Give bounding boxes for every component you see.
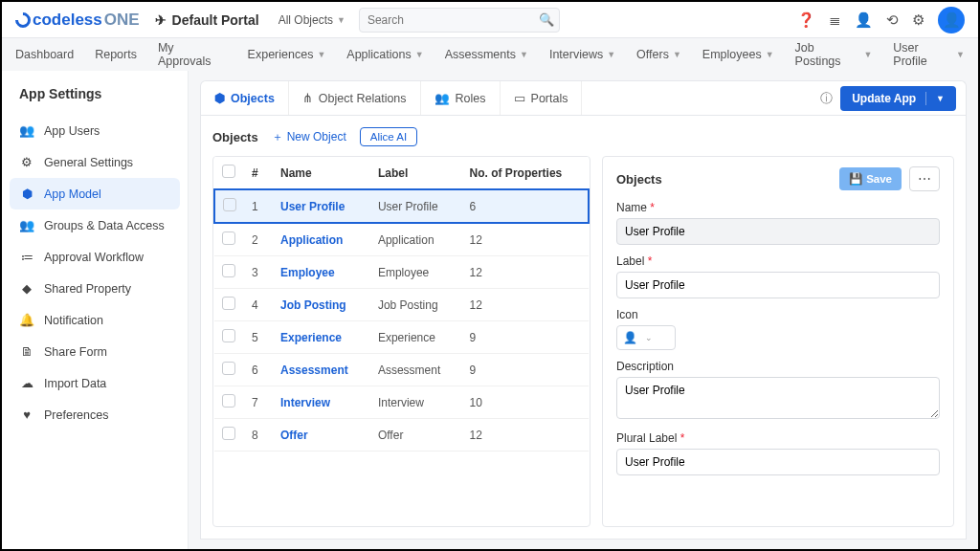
nav-reports[interactable]: Reports — [95, 48, 137, 61]
nav-interviews[interactable]: Interviews▼ — [549, 48, 615, 61]
table-row[interactable]: 7InterviewInterview10 — [214, 386, 589, 419]
history-icon[interactable]: ⟲ — [886, 11, 899, 29]
col-num: # — [244, 157, 273, 189]
row-label: Application — [370, 223, 462, 256]
row-checkbox[interactable] — [222, 231, 235, 245]
new-object-button[interactable]: ＋New Object — [272, 129, 346, 145]
sidebar-item-app-model[interactable]: ⬢App Model — [10, 178, 180, 209]
table-row[interactable]: 4Job PostingJob Posting12 — [214, 289, 589, 321]
caret-down-icon: ▼ — [936, 94, 945, 103]
row-name-link[interactable]: Interview — [273, 386, 370, 419]
row-label: Experience — [370, 321, 462, 354]
row-num: 4 — [244, 289, 273, 321]
row-name-link[interactable]: Employee — [273, 256, 370, 289]
row-label: Employee — [370, 256, 462, 289]
icon-selector[interactable]: 👤⌄ — [616, 325, 676, 350]
row-label: Offer — [370, 419, 462, 452]
field-label-name: Name — [616, 201, 940, 214]
gear-icon[interactable]: ⚙ — [912, 11, 924, 29]
sidebar-icon: ☁ — [19, 376, 34, 390]
sidebar-item-general-settings[interactable]: ⚙General Settings — [2, 146, 188, 178]
row-checkbox[interactable] — [222, 329, 235, 342]
row-num: 8 — [244, 419, 273, 452]
plural-label-field[interactable] — [616, 449, 940, 475]
row-props: 10 — [462, 386, 589, 419]
nav-my-approvals[interactable]: My Approvals — [158, 41, 227, 68]
row-props: 6 — [462, 189, 589, 223]
search-input[interactable] — [359, 8, 560, 33]
caret-down-icon: ▼ — [337, 15, 345, 25]
tab-object-relations[interactable]: ⋔Object Relations — [289, 81, 421, 115]
sidebar-item-notification[interactable]: 🔔Notification — [2, 304, 188, 336]
tab-portals[interactable]: ▭Portals — [501, 81, 583, 115]
sidebar-item-app-users[interactable]: 👥App Users — [2, 115, 188, 146]
row-props: 12 — [462, 289, 589, 321]
row-checkbox[interactable] — [222, 427, 235, 440]
row-label: Interview — [370, 386, 462, 419]
sidebar-item-groups-data-access[interactable]: 👥Groups & Data Access — [2, 209, 188, 241]
tab-label: Roles — [456, 92, 486, 105]
field-label-description: Description — [616, 360, 940, 373]
nav-employees[interactable]: Employees▼ — [702, 48, 774, 61]
table-row[interactable]: 1User ProfileUser Profile6 — [214, 189, 589, 223]
sidebar-icon: ♥ — [19, 408, 34, 422]
alice-ai-button[interactable]: Alice AI — [360, 127, 417, 146]
row-checkbox[interactable] — [223, 198, 236, 211]
panel: Objects ＋New Object Alice AI # Name Labe… — [200, 115, 967, 540]
sidebar-item-import-data[interactable]: ☁Import Data — [2, 367, 188, 399]
table-row[interactable]: 2ApplicationApplication12 — [214, 223, 589, 256]
nav-user-profile[interactable]: User Profile▼ — [893, 41, 965, 68]
stack-icon[interactable]: ≣ — [829, 11, 841, 29]
row-name-link[interactable]: User Profile — [273, 189, 370, 223]
info-icon[interactable]: ⓘ — [820, 90, 833, 107]
help-icon[interactable]: ❓ — [797, 11, 815, 29]
row-checkbox[interactable] — [222, 264, 235, 277]
row-checkbox[interactable] — [222, 362, 235, 375]
sidebar-icon: ◆ — [19, 281, 34, 296]
sidebar-item-shared-property[interactable]: ◆Shared Property — [2, 273, 188, 304]
row-name-link[interactable]: Assessment — [273, 354, 370, 386]
row-checkbox[interactable] — [222, 394, 235, 408]
sidebar-item-share-form[interactable]: 🗎Share Form — [2, 336, 188, 367]
user-add-icon[interactable]: 👤 — [855, 11, 873, 29]
description-field[interactable] — [616, 377, 940, 419]
tab-label: Portals — [531, 92, 568, 105]
nav-job-postings[interactable]: Job Postings▼ — [795, 41, 873, 68]
sidebar-item-approval-workflow[interactable]: ≔Approval Workflow — [2, 241, 188, 273]
sidebar-icon: ⚙ — [19, 155, 34, 169]
details-panel: Objects 💾Save ⋯ Name Label Icon👤⌄ Descri… — [602, 156, 954, 527]
save-button[interactable]: 💾Save — [839, 167, 902, 190]
tab-roles[interactable]: 👥Roles — [421, 81, 501, 115]
nav-offers[interactable]: Offers▼ — [636, 48, 681, 61]
more-button[interactable]: ⋯ — [909, 166, 940, 191]
row-label: Job Posting — [370, 289, 462, 321]
checkbox-all[interactable] — [222, 165, 235, 178]
row-name-link[interactable]: Application — [273, 223, 370, 256]
table-row[interactable]: 5ExperienceExperience9 — [214, 321, 589, 354]
nav-dashboard[interactable]: Dashboard — [15, 48, 74, 61]
row-name-link[interactable]: Job Posting — [273, 289, 370, 321]
update-app-button[interactable]: Update App ▼ — [840, 86, 956, 111]
caret-down-icon: ▼ — [520, 50, 528, 59]
row-name-link[interactable]: Experience — [273, 321, 370, 354]
nav-assessments[interactable]: Assessments▼ — [445, 48, 528, 61]
filter-label: All Objects — [278, 13, 333, 27]
tab-objects[interactable]: ⬢Objects — [201, 81, 289, 115]
table-row[interactable]: 8OfferOffer12 — [214, 419, 589, 452]
row-name-link[interactable]: Offer — [273, 419, 370, 452]
table-row[interactable]: 6AssessmentAssessment9 — [214, 354, 589, 386]
portal-selector[interactable]: ✈ Default Portal — [155, 12, 259, 28]
nav-applications[interactable]: Applications▼ — [346, 48, 423, 61]
user-icon: 👤 — [623, 331, 637, 344]
object-filter[interactable]: All Objects ▼ — [278, 13, 345, 27]
sidebar-icon: ≔ — [19, 250, 34, 264]
table-row[interactable]: 3EmployeeEmployee12 — [214, 256, 589, 289]
sidebar-item-preferences[interactable]: ♥Preferences — [2, 399, 188, 430]
avatar[interactable]: 👤 — [938, 7, 965, 33]
save-label: Save — [866, 173, 892, 185]
row-checkbox[interactable] — [222, 297, 235, 310]
nav-experiences[interactable]: Experiences▼ — [248, 48, 326, 61]
label-field[interactable] — [616, 272, 940, 298]
name-field[interactable] — [616, 218, 940, 245]
row-num: 3 — [244, 256, 273, 289]
